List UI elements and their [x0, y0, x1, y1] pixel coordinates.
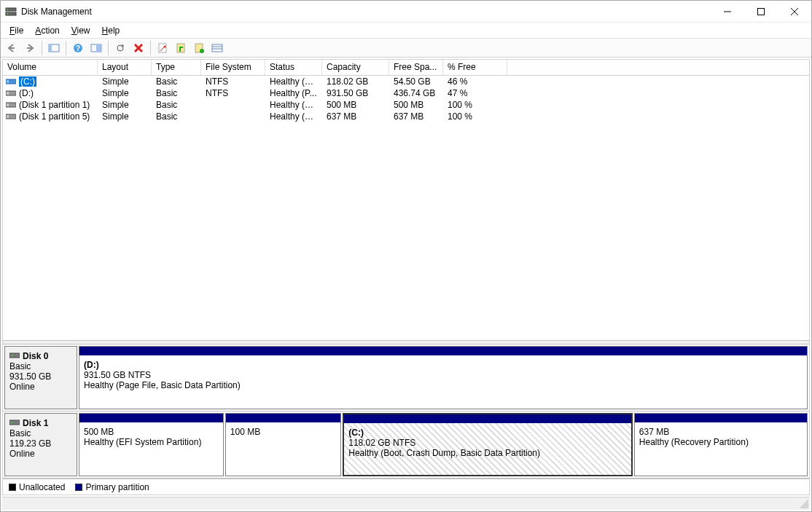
volume-list-body: (C:)SimpleBasicNTFSHealthy (B...118.02 G…: [3, 76, 809, 122]
action-button[interactable]: [173, 40, 189, 56]
svg-rect-35: [7, 115, 9, 118]
col-freespace[interactable]: Free Spa...: [389, 60, 443, 75]
properties-button[interactable]: [155, 40, 171, 56]
volume-row[interactable]: (Disk 1 partition 5)SimpleBasicHealthy (…: [3, 111, 809, 122]
disk-type: Basic: [9, 428, 72, 438]
disk-type: Basic: [9, 361, 72, 371]
cell-status: Healthy (E...: [265, 100, 322, 110]
menu-action[interactable]: Action: [29, 24, 65, 37]
cell-layout: Simple: [98, 111, 152, 122]
svg-rect-11: [49, 44, 52, 52]
menu-file[interactable]: File: [4, 24, 29, 37]
settings-button[interactable]: [88, 40, 104, 56]
col-filesystem[interactable]: File System: [201, 60, 265, 75]
partition-name: (C:): [348, 428, 627, 438]
cell-layout: Simple: [98, 76, 152, 87]
disk-partitions: (D:)931.50 GB NTFSHealthy (Page File, Ba…: [79, 346, 808, 409]
volume-row[interactable]: (C:)SimpleBasicNTFSHealthy (B...118.02 G…: [3, 76, 809, 87]
legend-unallocated-label: Unallocated: [19, 482, 65, 492]
volume-name: (Disk 1 partition 5): [19, 111, 90, 122]
partition[interactable]: 100 MB: [225, 413, 341, 476]
cell-free: 54.50 GB: [389, 76, 443, 87]
maximize-button[interactable]: [744, 1, 778, 23]
cell-fs: NTFS: [201, 76, 265, 87]
partition-body: 100 MB: [226, 422, 340, 476]
minimize-button[interactable]: [711, 1, 744, 23]
legend-primary-label: Primary partition: [85, 482, 149, 492]
svg-point-24: [200, 49, 204, 53]
back-button[interactable]: [4, 40, 20, 56]
close-button[interactable]: [778, 1, 811, 23]
partition[interactable]: 637 MBHealthy (Recovery Partition): [634, 413, 808, 476]
cell-capacity: 500 MB: [322, 100, 389, 110]
partition-name: (D:): [84, 360, 803, 370]
refresh-button[interactable]: [112, 40, 128, 56]
svg-point-39: [11, 422, 12, 423]
col-layout[interactable]: Layout: [98, 60, 152, 75]
partition-info: 500 MB: [84, 427, 219, 437]
toolbar-separator: [42, 41, 42, 55]
drive-icon: [6, 77, 16, 86]
partition-body: (D:)931.50 GB NTFSHealthy (Page File, Ba…: [79, 355, 807, 409]
disk-size: 119.23 GB: [9, 438, 72, 449]
volume-name: (D:): [19, 88, 34, 98]
disk-icon: [9, 418, 20, 428]
menu-help[interactable]: Help: [96, 24, 126, 37]
cell-free: 436.74 GB: [389, 88, 443, 98]
cell-layout: Simple: [98, 100, 152, 110]
partition-info: 931.50 GB NTFS: [84, 370, 803, 380]
disk-partitions: 500 MBHealthy (EFI System Partition)100 …: [79, 413, 808, 476]
svg-rect-9: [27, 47, 33, 49]
volume-row[interactable]: (Disk 1 partition 1)SimpleBasicHealthy (…: [3, 99, 809, 111]
volume-list-header: Volume Layout Type File System Status Ca…: [3, 60, 809, 76]
svg-point-21: [164, 45, 166, 47]
legend-unallocated: Unallocated: [9, 482, 65, 492]
delete-button[interactable]: [130, 40, 147, 56]
volume-name-cell: (Disk 1 partition 1): [3, 100, 98, 110]
cell-capacity: 637 MB: [322, 111, 389, 122]
legend: Unallocated Primary partition: [3, 478, 809, 495]
svg-rect-33: [7, 103, 9, 106]
volume-name-cell: (C:): [3, 76, 98, 87]
cell-capacity: 931.50 GB: [322, 88, 389, 98]
svg-rect-15: [96, 44, 101, 52]
col-type[interactable]: Type: [152, 60, 201, 75]
svg-rect-8: [9, 47, 15, 49]
cell-type: Basic: [152, 76, 201, 87]
partition[interactable]: 500 MBHealthy (EFI System Partition): [79, 413, 224, 476]
col-pctfree[interactable]: % Free: [443, 60, 507, 75]
toolbar-separator: [66, 41, 66, 55]
col-volume[interactable]: Volume: [3, 60, 98, 75]
window-title: Disk Management: [21, 7, 711, 17]
disk-title: Disk 0: [9, 351, 72, 361]
cell-status: Healthy (P...: [265, 88, 322, 98]
partition-info: 118.02 GB NTFS: [348, 438, 627, 448]
cell-pct: 46 %: [443, 76, 507, 87]
forward-button[interactable]: [22, 40, 38, 56]
help-button[interactable]: ?: [70, 40, 86, 56]
cell-status: Healthy (R...: [265, 111, 322, 122]
swatch-primary: [75, 484, 82, 491]
cell-pct: 47 %: [443, 88, 507, 98]
disk-info[interactable]: Disk 0Basic931.50 GBOnline: [4, 346, 77, 409]
col-capacity[interactable]: Capacity: [322, 60, 389, 75]
legend-primary: Primary partition: [75, 482, 149, 492]
partition[interactable]: (D:)931.50 GB NTFSHealthy (Page File, Ba…: [79, 346, 808, 409]
action2-button[interactable]: [191, 40, 207, 56]
partition-info: 637 MB: [639, 427, 803, 437]
col-status[interactable]: Status: [265, 60, 322, 75]
partition[interactable]: (C:)118.02 GB NTFSHealthy (Boot, Crash D…: [343, 413, 633, 476]
partition-color-bar: [635, 414, 807, 422]
svg-rect-5: [758, 8, 765, 15]
disk-info[interactable]: Disk 1Basic119.23 GBOnline: [4, 413, 77, 476]
volume-list[interactable]: Volume Layout Type File System Status Ca…: [3, 60, 809, 340]
show-hide-button[interactable]: [46, 40, 62, 56]
svg-text:?: ?: [76, 44, 80, 52]
volume-row[interactable]: (D:)SimpleBasicNTFSHealthy (P...931.50 G…: [3, 87, 809, 99]
partition-status: Healthy (EFI System Partition): [84, 437, 219, 447]
menu-view[interactable]: View: [66, 24, 96, 37]
cell-status: Healthy (B...: [265, 76, 322, 87]
svg-point-37: [11, 355, 12, 356]
menu-bar: File Action View Help: [1, 23, 811, 39]
list-button[interactable]: [209, 40, 225, 56]
